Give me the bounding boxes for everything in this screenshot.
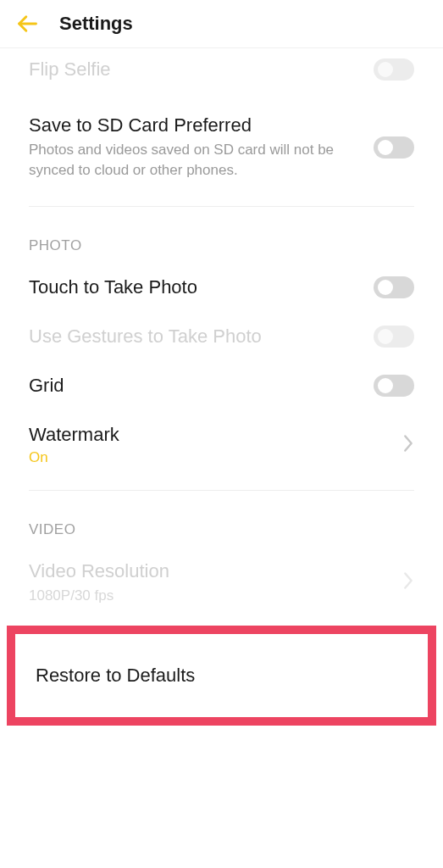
grid-row[interactable]: Grid (0, 361, 443, 410)
section-header-photo: PHOTO (0, 217, 443, 263)
chevron-right-icon (402, 571, 414, 593)
touch-photo-row[interactable]: Touch to Take Photo (0, 263, 443, 312)
flip-selfie-row: Flip Selfie (0, 48, 443, 94)
settings-list: Flip Selfie Save to SD Card Preferred Ph… (0, 48, 443, 726)
back-arrow-icon[interactable] (15, 12, 39, 36)
sd-card-label: Save to SD Card Preferred (29, 114, 374, 136)
grid-toggle[interactable] (374, 375, 414, 397)
flip-selfie-label: Flip Selfie (29, 58, 374, 81)
restore-defaults-row[interactable]: Restore to Defaults (15, 646, 428, 705)
sd-card-row[interactable]: Save to SD Card Preferred Photos and vid… (0, 94, 443, 196)
video-resolution-row: Video Resolution 1080P/30 fps (0, 547, 443, 620)
gestures-label: Use Gestures to Take Photo (29, 326, 374, 348)
divider (29, 490, 414, 491)
chevron-right-icon (402, 434, 414, 456)
touch-photo-label: Touch to Take Photo (29, 276, 374, 298)
grid-label: Grid (29, 375, 374, 397)
sd-card-toggle[interactable] (374, 136, 414, 159)
touch-photo-toggle[interactable] (374, 276, 414, 298)
gestures-row: Use Gestures to Take Photo (0, 312, 443, 361)
divider (29, 206, 414, 207)
restore-highlight: Restore to Defaults (7, 626, 436, 726)
header: Settings (0, 0, 443, 48)
watermark-label: Watermark (29, 424, 402, 446)
sd-card-subtitle: Photos and videos saved on SD card will … (29, 140, 351, 181)
watermark-value: On (29, 449, 402, 466)
watermark-row[interactable]: Watermark On (0, 410, 443, 480)
gestures-toggle (374, 326, 414, 348)
section-header-video: VIDEO (0, 501, 443, 547)
restore-label: Restore to Defaults (36, 665, 407, 687)
video-resolution-value: 1080P/30 fps (29, 586, 351, 606)
video-resolution-label: Video Resolution (29, 560, 402, 582)
page-title: Settings (59, 13, 133, 35)
flip-selfie-toggle (374, 58, 414, 81)
